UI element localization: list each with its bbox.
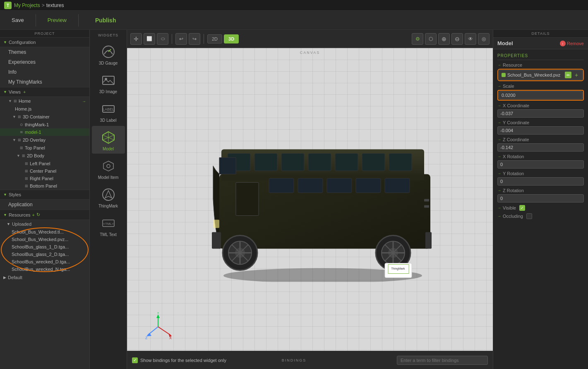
widget-3d-gauge[interactable]: 3D Gauge	[92, 40, 125, 68]
bus-model: ThingMark	[194, 116, 451, 283]
x-rotation-input[interactable]	[497, 160, 584, 169]
undo-button[interactable]: ↩	[175, 33, 187, 45]
project-name: textures	[46, 2, 64, 8]
tree-item-left-panel[interactable]: ⊞ Left Panel	[0, 160, 89, 167]
svg-text:ThingMark: ThingMark	[391, 267, 405, 270]
sidebar-item-application[interactable]: Application	[0, 200, 89, 210]
occluding-label: Occluding	[503, 214, 523, 219]
resource-file6[interactable]: SchoolBus_wrecked_N.tga...	[0, 265, 89, 273]
y-rotation-property: → Y Rotation	[497, 171, 584, 186]
axis-indicator: Y Z X	[144, 312, 173, 342]
redo-button[interactable]: ↪	[189, 33, 200, 45]
occluding-checkbox[interactable]	[526, 213, 532, 219]
bindings-checkbox[interactable]: ✓	[132, 357, 138, 363]
svg-text:Y: Y	[157, 312, 159, 315]
sidebar-item-themes[interactable]: Themes	[0, 47, 89, 57]
widget-thingmark[interactable]: ThingMark	[92, 183, 125, 211]
z-coordinate-property: → Z Coordinate	[497, 137, 584, 152]
zoom-in-button[interactable]: ⊕	[438, 33, 450, 45]
svg-rect-31	[356, 178, 381, 193]
y-coordinate-input[interactable]	[497, 126, 584, 135]
label-icon: LABEL	[99, 100, 118, 118]
properties-section-header: PROPERTIES	[497, 52, 584, 60]
logo-icon: T	[4, 2, 12, 9]
publish-button[interactable]: Publish	[79, 14, 133, 27]
scale-property: → Scale	[497, 84, 584, 101]
tree-item-2doverlay[interactable]: ▼ ⊞ 2D Overlay	[0, 136, 89, 144]
sidebar-item-experiences[interactable]: Experiences	[0, 57, 89, 67]
model-label: Model	[497, 40, 513, 46]
tree-item-2dbody[interactable]: ▼ ⊞ 2D Body	[0, 152, 89, 160]
zoom-out-button[interactable]: ⊖	[451, 33, 463, 45]
3d-view-button[interactable]: 3D	[224, 34, 239, 43]
projects-link[interactable]: My Projects	[14, 2, 40, 8]
rect-tool-button[interactable]: ⬜	[144, 33, 155, 45]
widget-3d-label[interactable]: LABEL 3D Label	[92, 97, 125, 125]
eye2-button[interactable]: ◎	[478, 33, 490, 45]
scale-input[interactable]	[499, 91, 583, 99]
resource-edit-button[interactable]: ✏	[565, 72, 571, 78]
resources-add-button[interactable]: +	[32, 212, 35, 217]
tree-item-homejs[interactable]: Home.js	[0, 105, 89, 113]
visible-checkbox[interactable]: ✓	[519, 205, 525, 211]
widget-model-item[interactable]: Model Item	[92, 154, 125, 182]
tree-item-thingmark1[interactable]: ⊙ thingMark-1	[0, 121, 89, 128]
z-rotation-input[interactable]	[497, 194, 584, 203]
svg-rect-4	[103, 76, 114, 84]
svg-rect-51	[385, 263, 412, 277]
bindings-filter-input[interactable]	[397, 356, 488, 365]
resource-add-button[interactable]: +	[573, 72, 580, 78]
select-tool-button[interactable]: ✛	[130, 33, 142, 45]
svg-rect-32	[385, 178, 410, 193]
views-header[interactable]: ▼ Views +	[0, 87, 89, 97]
y-rotation-input[interactable]	[497, 177, 584, 186]
tree-item-bottom-panel[interactable]: ⊞ Bottom Panel	[0, 182, 89, 190]
circle-tool-button[interactable]: ⬭	[157, 33, 168, 45]
tree-item-model1[interactable]: ≋ model-1	[0, 128, 89, 136]
svg-rect-25	[335, 153, 358, 171]
widget-tml-text[interactable]: <TML> TML Text	[92, 212, 125, 239]
svg-rect-24	[308, 153, 331, 171]
resources-refresh-icon[interactable]: ↻	[36, 212, 40, 217]
svg-marker-57	[156, 314, 160, 318]
tree-item-right-panel[interactable]: ⊞ Right Panel	[0, 175, 89, 182]
eye-button[interactable]: 👁	[465, 33, 476, 45]
sidebar-item-mythingmarks[interactable]: My ThingMarks	[0, 77, 89, 87]
resource-file5[interactable]: SchoolBus_wrecked_D.tga...	[0, 258, 89, 265]
widget-3d-gauge-label: 3D Gauge	[99, 61, 118, 65]
views-add-button[interactable]: +	[23, 89, 26, 94]
remove-icon: i	[560, 41, 566, 46]
svg-rect-28	[269, 178, 294, 193]
settings-icon-button[interactable]: ⚙	[412, 33, 423, 45]
remove-button[interactable]: i Remove	[560, 41, 584, 46]
y-coordinate-label: Y Coordinate	[503, 120, 529, 125]
z-coordinate-input[interactable]	[497, 143, 584, 152]
styles-header[interactable]: ▼ Styles	[0, 190, 89, 200]
uploaded-header: ▼ Uploaded	[0, 220, 89, 228]
configuration-header[interactable]: ▼ Configuration	[0, 38, 89, 47]
resource-file2[interactable]: School_Bus_Wrecked.pvz...	[0, 236, 89, 243]
svg-rect-27	[389, 153, 412, 171]
x-coordinate-input[interactable]	[497, 109, 584, 118]
tree-item-top-panel[interactable]: ⊞ Top Panel	[0, 144, 89, 152]
share-icon-button[interactable]: ⬡	[425, 33, 437, 45]
widget-model[interactable]: Model	[92, 126, 125, 154]
resources-header[interactable]: ▼ Resources + ↻	[0, 210, 89, 220]
resource-file1[interactable]: School_Bus_Wrecked.tl...	[0, 228, 89, 236]
widget-model-item-label: Model Item	[98, 175, 118, 180]
preview-button[interactable]: Preview	[36, 14, 78, 27]
widget-3d-image[interactable]: 3D Image	[92, 69, 125, 96]
sidebar-item-default[interactable]: ▶ Default	[0, 273, 89, 282]
canvas-header-label: CANVAS	[300, 51, 320, 55]
svg-rect-33	[212, 232, 221, 248]
resource-file3[interactable]: SchoolBus_glass_1_D.tga...	[0, 243, 89, 251]
2d-view-button[interactable]: 2D	[207, 34, 222, 43]
svg-rect-36	[236, 182, 259, 215]
tree-item-home[interactable]: ▼ ⊞ Home →	[0, 97, 89, 105]
resource-file4[interactable]: SchoolBus_glass_2_D.tga...	[0, 251, 89, 258]
tree-item-center-panel[interactable]: ⊞ Center Panel	[0, 167, 89, 175]
svg-rect-35	[425, 232, 432, 248]
sidebar-item-info[interactable]: Info	[0, 67, 89, 77]
tree-item-3dcontainer[interactable]: ▼ ⊞ 3D Container	[0, 113, 89, 121]
save-button[interactable]: Save	[0, 14, 36, 27]
